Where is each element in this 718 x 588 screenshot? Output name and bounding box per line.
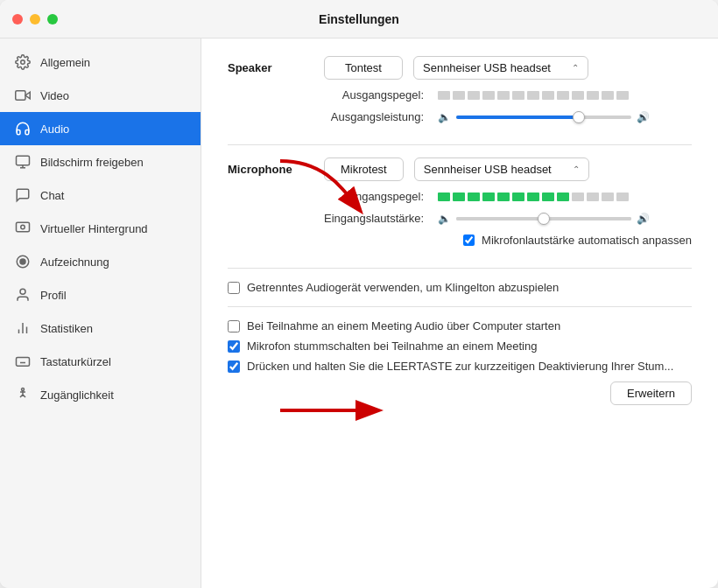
- minimize-button[interactable]: [30, 14, 40, 24]
- sidebar-label-audio: Audio: [40, 122, 69, 136]
- ausgangspegel-label: Ausgangspegel:: [324, 88, 438, 102]
- level-seg-4: [482, 91, 495, 100]
- microphone-device-name: Sennheiser USB headset: [424, 163, 552, 176]
- speaker-slider-track[interactable]: [456, 116, 631, 119]
- sidebar-item-zugaenglichkeit[interactable]: Zugänglichkeit: [0, 378, 201, 411]
- content-area: Speaker Tontest Sennheiser USB headset ⌃…: [201, 38, 718, 588]
- eingangslautstaerke-row: Eingangslautstärke: 🔈 🔊: [228, 212, 692, 225]
- mic-low-icon: 🔈: [438, 213, 451, 225]
- ausgangspegel-bar: [438, 91, 629, 100]
- separator-1: [228, 144, 692, 145]
- level-seg-1: [438, 91, 450, 100]
- level-seg-2: [453, 91, 465, 100]
- green-seg-4: [482, 192, 495, 201]
- auto-adjust-label: Mikrofonlautstärke automatisch anpassen: [482, 234, 692, 247]
- accessibility-icon: [14, 386, 32, 403]
- sidebar-label-virtueller: Virtueller Hintergrund: [40, 222, 148, 235]
- sidebar-item-bildschirm[interactable]: Bildschirm freigeben: [0, 145, 201, 178]
- spacebar-label: Drücken und halten Sie die LEERTASTE zur…: [247, 360, 673, 373]
- mic-high-icon: 🔊: [637, 213, 650, 225]
- svg-rect-12: [17, 358, 30, 367]
- level-seg-9: [557, 91, 569, 100]
- sidebar-label-bildschirm: Bildschirm freigeben: [40, 156, 144, 169]
- sidebar-item-allgemein[interactable]: Allgemein: [0, 46, 201, 79]
- record-icon: [14, 253, 32, 270]
- speaker-slider-thumb[interactable]: [573, 111, 585, 123]
- close-button[interactable]: [12, 14, 23, 24]
- getrennt-row: Getrenntes Audiogerät verwenden, um Klin…: [228, 281, 692, 294]
- eingangslautstaerke-slider[interactable]: 🔈 🔊: [438, 213, 650, 225]
- sidebar-label-tastatur: Tastaturkürzel: [40, 355, 111, 368]
- sidebar-item-tastatur[interactable]: Tastaturkürzel: [0, 345, 201, 378]
- speaker-slider-fill: [456, 116, 579, 119]
- level-seg-12: [602, 91, 614, 100]
- speaker-device-select[interactable]: Sennheiser USB headset ⌃: [413, 56, 588, 80]
- green-seg-11: [587, 192, 599, 201]
- title-bar: Einstellungen: [0, 0, 718, 38]
- eingangspegel-row: Eingangspegel:: [228, 190, 692, 203]
- eingangspegel-label: Eingangspegel:: [324, 190, 438, 203]
- auto-adjust-checkbox[interactable]: [463, 234, 475, 246]
- tontest-button[interactable]: Tontest: [324, 56, 403, 80]
- sidebar-item-profil[interactable]: Profil: [0, 278, 201, 312]
- green-seg-3: [468, 192, 480, 201]
- getrennt-checkbox[interactable]: [228, 282, 240, 294]
- microphone-label: Microphone: [228, 163, 324, 176]
- svg-rect-4: [17, 222, 30, 232]
- svg-point-0: [21, 60, 25, 65]
- separator-3: [228, 306, 692, 307]
- mikrotest-button[interactable]: Mikrotest: [324, 158, 404, 181]
- settings-window: Einstellungen Allgemein Vi: [0, 0, 718, 588]
- separator-2: [228, 268, 692, 269]
- mic-slider-track[interactable]: [456, 217, 631, 220]
- ausgangspegel-row: Ausgangspegel:: [228, 88, 692, 102]
- microphone-section: Microphone Mikrotest Sennheiser USB head…: [228, 158, 692, 247]
- svg-point-7: [20, 259, 25, 264]
- level-seg-11: [587, 91, 599, 100]
- mic-slider-thumb[interactable]: [538, 213, 550, 225]
- sidebar: Allgemein Video Audio: [0, 38, 201, 588]
- main-container: Allgemein Video Audio: [0, 38, 718, 588]
- sidebar-item-statistiken[interactable]: Statistiken: [0, 312, 201, 345]
- spacebar-checkbox[interactable]: [228, 360, 240, 373]
- ausgangsleistung-slider[interactable]: 🔈 🔊: [438, 111, 650, 123]
- sidebar-label-zugaenglichkeit: Zugänglichkeit: [40, 388, 114, 402]
- window-title: Einstellungen: [319, 12, 399, 26]
- svg-rect-3: [17, 156, 30, 165]
- speaker-label: Speaker: [228, 61, 324, 74]
- erweitern-button[interactable]: Erweitern: [610, 382, 692, 405]
- level-seg-8: [542, 91, 554, 100]
- green-seg-9: [557, 192, 569, 201]
- green-seg-1: [438, 192, 450, 201]
- keyboard-icon: [14, 353, 32, 370]
- level-seg-6: [512, 91, 524, 100]
- maximize-button[interactable]: [47, 14, 58, 24]
- sidebar-item-aufzeichnung[interactable]: Aufzeichnung: [0, 245, 201, 278]
- sidebar-item-virtueller[interactable]: Virtueller Hintergrund: [0, 212, 201, 245]
- sidebar-label-statistiken: Statistiken: [40, 322, 93, 335]
- ausgangsleistung-label: Ausgangsleistung:: [324, 110, 438, 123]
- mute-on-join-label: Mikrofon stummschalten bei Teilnahme an …: [247, 340, 537, 353]
- computer-audio-label: Bei Teilnahme an einem Meeting Audio übe…: [247, 319, 560, 332]
- eingangslautstaerke-label: Eingangslautstärke:: [324, 212, 438, 225]
- sidebar-item-audio[interactable]: Audio: [0, 112, 201, 145]
- green-seg-13: [616, 192, 629, 201]
- sidebar-label-video: Video: [40, 89, 69, 102]
- gear-icon: [14, 53, 32, 71]
- chevron-down-icon-mic: ⌃: [573, 164, 580, 174]
- spacebar-row: Drücken und halten Sie die LEERTASTE zur…: [228, 360, 692, 373]
- microphone-device-select[interactable]: Sennheiser USB headset ⌃: [414, 158, 589, 181]
- sidebar-item-video[interactable]: Video: [0, 79, 201, 112]
- mute-on-join-checkbox[interactable]: [228, 340, 240, 353]
- green-seg-2: [453, 192, 465, 201]
- green-seg-5: [497, 192, 510, 201]
- level-seg-7: [527, 91, 539, 100]
- computer-audio-checkbox[interactable]: [228, 320, 240, 332]
- volume-high-icon: 🔊: [637, 111, 650, 123]
- svg-point-13: [22, 388, 25, 391]
- level-seg-10: [572, 91, 584, 100]
- profile-icon: [14, 286, 32, 304]
- sidebar-item-chat[interactable]: Chat: [0, 178, 201, 212]
- speaker-section: Speaker Tontest Sennheiser USB headset ⌃…: [228, 56, 692, 123]
- auto-adjust-row: Mikrofonlautstärke automatisch anpassen: [228, 234, 692, 247]
